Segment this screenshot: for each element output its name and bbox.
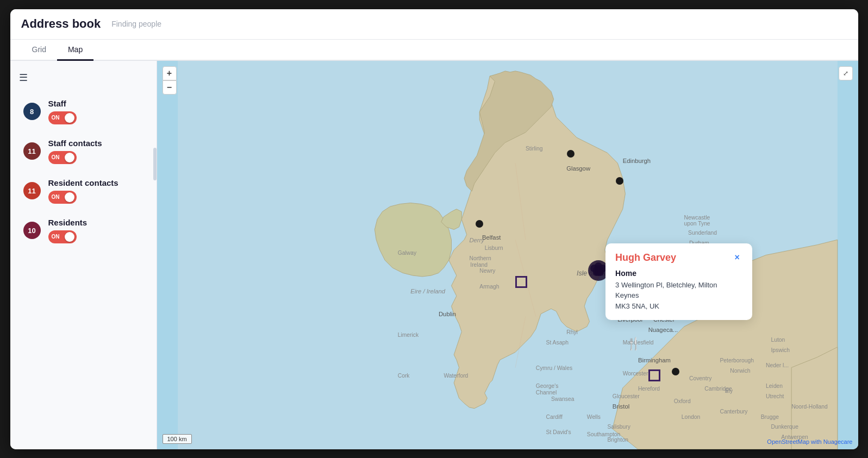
category-info-resident-contacts: Resident contacts ON	[48, 178, 143, 204]
svg-text:St Asaph: St Asaph	[546, 340, 569, 346]
svg-text:Ipswich: Ipswich	[771, 347, 790, 353]
svg-text:Armagh: Armagh	[479, 283, 499, 289]
category-item-staff: 8 Staff ON	[19, 93, 148, 130]
header-subtitle: Finding people	[111, 20, 161, 28]
badge-staff-contacts: 11	[23, 142, 41, 160]
svg-text:Norwich: Norwich	[730, 367, 751, 373]
zoom-out-button[interactable]: −	[163, 80, 177, 95]
toggle-residents[interactable]: ON	[48, 230, 77, 243]
toggle-wrapper-staff: ON	[48, 111, 143, 124]
marker-london[interactable]	[672, 368, 679, 375]
map-popup: Hugh Garvey × Home 3 Wellington Pl, Blet…	[605, 243, 752, 321]
category-name-resident-contacts: Resident contacts	[48, 178, 143, 187]
svg-text:Edinburgh: Edinburgh	[622, 158, 650, 164]
map-expand-button[interactable]: ⤢	[839, 66, 853, 80]
svg-text:Northern: Northern	[469, 255, 491, 261]
svg-text:Luton: Luton	[771, 337, 785, 343]
svg-text:Stirling: Stirling	[525, 145, 542, 151]
category-name-staff-contacts: Staff contacts	[48, 139, 143, 148]
svg-text:Cymru / Wales: Cymru / Wales	[535, 365, 572, 371]
svg-text:Newry: Newry	[479, 268, 496, 274]
svg-text:Ely: Ely	[725, 388, 733, 394]
app-title: Address book	[21, 17, 101, 31]
svg-text:Sunderland: Sunderland	[688, 229, 717, 235]
map-attribution: OpenStreetMap with Nuagecare	[767, 438, 852, 445]
marker-belfast[interactable]	[476, 220, 483, 228]
svg-text:St David's: St David's	[546, 429, 571, 435]
toggle-wrapper-residents: ON	[48, 230, 143, 243]
badge-residents: 10	[23, 222, 41, 239]
popup-address: 3 Wellington Pl, Bletchley, Milton Keyne…	[615, 280, 742, 312]
badge-resident-contacts: 11	[23, 182, 41, 199]
marker-square-2[interactable]	[648, 369, 660, 381]
toggle-staff-contacts[interactable]: ON	[48, 151, 77, 164]
popup-address-line1: 3 Wellington Pl, Bletchley, Milton Keyne…	[615, 281, 717, 300]
scale-bar: 100 km	[163, 434, 192, 444]
tab-map[interactable]: Map	[57, 40, 93, 61]
toggle-knob-staff	[65, 113, 74, 123]
svg-text:Limerick: Limerick	[397, 332, 419, 338]
toggle-wrapper-staff-contacts: ON	[48, 151, 143, 164]
svg-text:Ireland: Ireland	[470, 262, 488, 268]
marker-fork[interactable]: 🍴	[626, 337, 641, 351]
popup-address-type: Home	[615, 269, 742, 278]
svg-text:Brugge: Brugge	[760, 413, 779, 419]
header: Address book Finding people	[10, 9, 858, 40]
svg-text:Bristol: Bristol	[612, 403, 629, 409]
svg-text:Worcester: Worcester	[622, 370, 648, 376]
svg-text:Birmingham: Birmingham	[638, 357, 670, 363]
toggle-knob-staff-contacts	[65, 153, 74, 162]
svg-text:Dublin: Dublin	[438, 311, 455, 317]
marker-newcastle[interactable]	[616, 177, 623, 185]
toggle-resident-contacts[interactable]: ON	[48, 191, 77, 204]
toggle-knob-residents	[65, 232, 74, 242]
svg-text:Belfast: Belfast	[482, 234, 501, 241]
svg-text:Leiden: Leiden	[766, 383, 783, 389]
svg-text:Nuageca...: Nuageca...	[648, 326, 678, 332]
svg-text:Channel: Channel	[535, 390, 556, 396]
scroll-indicator	[153, 148, 157, 180]
map-container[interactable]: Derry Northern Ireland Belfast Lisburn N…	[157, 61, 858, 449]
svg-text:Lisburn: Lisburn	[484, 245, 503, 251]
category-name-staff: Staff	[48, 99, 143, 108]
svg-text:Newcastle: Newcastle	[684, 214, 710, 220]
app-window: Address book Finding people Grid Map ☰ 8…	[10, 9, 858, 449]
svg-text:Swansea: Swansea	[551, 396, 574, 401]
popup-person-name: Hugh Garvey	[615, 252, 676, 263]
tab-grid[interactable]: Grid	[21, 40, 57, 61]
toggle-staff[interactable]: ON	[48, 111, 77, 124]
svg-text:Peterborough: Peterborough	[720, 357, 754, 363]
svg-text:Rhyl: Rhyl	[566, 329, 578, 335]
menu-icon[interactable]: ☰	[19, 72, 148, 84]
map-zoom-controls: + −	[163, 66, 177, 95]
svg-text:London: London	[681, 413, 700, 419]
svg-text:Brighton: Brighton	[607, 436, 628, 442]
zoom-in-button[interactable]: +	[163, 66, 177, 80]
svg-text:Hereford: Hereford	[638, 385, 659, 391]
svg-text:Canterbury: Canterbury	[720, 409, 748, 415]
svg-text:Noord-Holland: Noord-Holland	[791, 403, 828, 409]
toggle-knob-resident-contacts	[65, 192, 74, 202]
svg-text:Cardiff: Cardiff	[546, 413, 562, 419]
main-content: ☰ 8 Staff ON	[10, 61, 858, 449]
map-svg: Derry Northern Ireland Belfast Lisburn N…	[157, 61, 858, 449]
svg-text:Glasgow: Glasgow	[566, 165, 591, 172]
marker-glasgow[interactable]	[567, 150, 574, 158]
popup-header: Hugh Garvey ×	[615, 252, 742, 263]
svg-text:Utrecht: Utrecht	[766, 393, 784, 399]
category-info-residents: Residents ON	[48, 218, 143, 243]
category-name-residents: Residents	[48, 218, 143, 227]
svg-text:Eire / Ireland: Eire / Ireland	[410, 288, 446, 294]
svg-text:Wells: Wells	[586, 413, 600, 419]
map-background: Derry Northern Ireland Belfast Lisburn N…	[157, 61, 858, 449]
category-item-staff-contacts: 11 Staff contacts ON	[19, 133, 148, 170]
category-info-staff: Staff ON	[48, 99, 143, 124]
svg-text:upon Tyne: upon Tyne	[684, 220, 710, 226]
svg-text:Dunkerque: Dunkerque	[771, 424, 798, 430]
category-item-resident-contacts: 11 Resident contacts ON	[19, 173, 148, 209]
popup-close-button[interactable]: ×	[732, 252, 742, 263]
svg-text:Neder l...: Neder l...	[766, 362, 789, 368]
marker-square-1[interactable]	[515, 276, 527, 288]
map-scale: 100 km	[163, 434, 192, 444]
svg-text:Cork: Cork	[397, 373, 410, 379]
